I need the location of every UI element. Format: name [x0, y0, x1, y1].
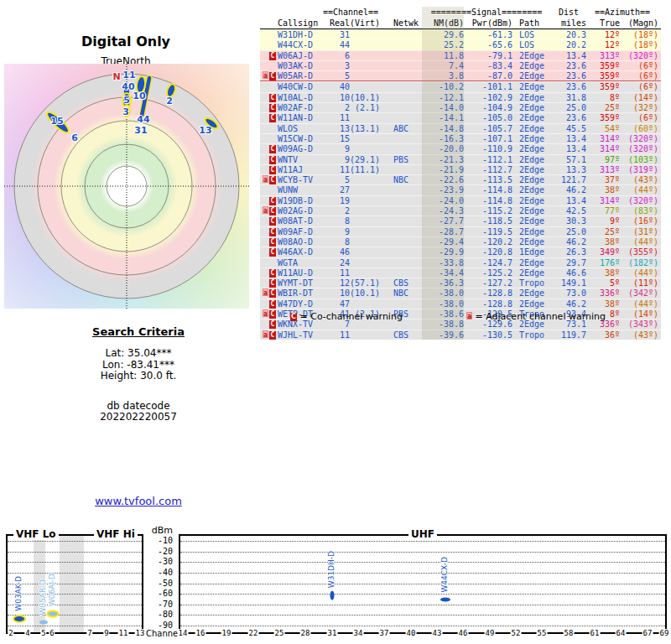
- nm-header: NM(dB): [422, 18, 464, 29]
- search-criteria: Search Criteria Lat: 35.04*** Lon: -83.4…: [50, 325, 226, 423]
- table-row: W44CX-D4425.2-65.6LOS20.212º(18º): [260, 39, 661, 49]
- table-row: W40CW-D40-10.2-101.12Edge23.6359º(6º): [260, 81, 661, 91]
- legend-co-channel: C = Co-channel warning: [289, 311, 403, 322]
- radar-channel-label: 31: [134, 125, 147, 136]
- channel-tick: 11: [118, 629, 129, 637]
- band-label: VHF Hi: [94, 528, 138, 540]
- table-row: CW11AU-D11-34.4-125.22Edge46.638º(44º): [260, 267, 661, 278]
- signal-marker-label: W31DH-D: [327, 551, 336, 588]
- signal-marker: [330, 590, 335, 600]
- band-label: UHF: [408, 528, 437, 540]
- channel-tick: 5: [40, 629, 46, 637]
- warning-badge: C: [269, 72, 276, 80]
- signal-marker-label: W03AK-D: [14, 576, 23, 611]
- warning-badge: C: [269, 310, 276, 319]
- tvfool-link[interactable]: www.tvfool.com: [50, 495, 226, 507]
- signal-table: ==Channel==========Signal========Dist==A…: [260, 7, 661, 340]
- legend-adjacent: a = Adjacent channel warning: [466, 311, 606, 322]
- table-row: CW10AL-D10(10.1)-12.1-102.92Edge31.88º(1…: [260, 92, 661, 102]
- band-panel: [6, 534, 143, 634]
- lat-value: Lat: 35.04***: [50, 348, 226, 360]
- channel-tick: 28: [300, 629, 311, 637]
- channel-axis-label: Channel: [146, 629, 180, 638]
- signal-marker-label: W44CX-D: [440, 557, 449, 593]
- dist-group-header: Dist: [551, 8, 586, 18]
- warning-badge: C: [269, 52, 276, 60]
- table-row: CWNTV9(29.1)PBS-21.3-112.12Edge57.197º(1…: [260, 154, 661, 164]
- warning-badge: C: [269, 197, 276, 205]
- radar-channel-label: 13: [199, 125, 211, 136]
- channel-tick: 31: [327, 629, 338, 637]
- table-row: aCWBIR-DT10(10.1)NBC-38.0-128.82Edge73.0…: [260, 288, 661, 298]
- lon-value: Lon: -83.41***: [50, 360, 226, 371]
- warning-badge: C: [269, 289, 276, 298]
- grid-line: [180, 562, 665, 563]
- warning-badge: C: [269, 207, 276, 216]
- netwk-header: Netwk: [380, 18, 422, 29]
- warning-badge: a: [263, 288, 268, 296]
- db-datecode-label: db datecode: [50, 401, 226, 412]
- grid-line: [180, 615, 665, 615]
- channel-tick: 40: [406, 629, 417, 637]
- azimuth-group-header: ==Azimuth==: [586, 8, 658, 18]
- channel-tick: 58: [564, 629, 575, 637]
- signal-marker: [440, 598, 450, 602]
- channel-tick: 13: [135, 629, 146, 637]
- warning-badge: C: [269, 248, 276, 257]
- radar-chart: N114010532443115613: [4, 64, 249, 309]
- radar-channel-label: 44: [137, 114, 149, 125]
- dbm-tick-label: -10: [141, 536, 173, 545]
- channel-tick: 34: [353, 629, 364, 637]
- signal-marker: [39, 621, 48, 625]
- radar-channel-label: 11: [122, 70, 135, 80]
- channel-tick: 52: [511, 629, 522, 637]
- table-row: CW02AF-D2(2.1)-14.0-104.92Edge25.025º(32…: [260, 102, 661, 112]
- channel-tick: 19: [221, 629, 232, 637]
- table-row: CW09AF-D9-28.7-119.52Edge25.025º(31º): [260, 226, 661, 236]
- pwr-header: Pwr(dBm): [464, 18, 512, 29]
- warning-badge: C: [269, 176, 276, 184]
- table-row: W03AK-D37.4-83.42Edge23.6359º(6º): [260, 60, 661, 70]
- radar-channel-label: 5: [123, 95, 130, 106]
- tvfool-report: Digital Only TrueNorth N1140105324431156…: [0, 0, 671, 644]
- co-channel-badge: C: [290, 313, 297, 321]
- callsign-header: Callsign: [276, 18, 321, 29]
- grid-line: [180, 584, 665, 584]
- warning-badge: a: [263, 309, 268, 317]
- channel-tick: 64: [616, 629, 627, 637]
- channel-group-header: ==Channel==: [321, 8, 380, 18]
- search-criteria-title: Search Criteria: [50, 325, 226, 338]
- warning-badge: C: [269, 156, 276, 164]
- channel-tick: 7: [86, 629, 92, 637]
- height-value: Height: 30.0 ft.: [50, 371, 226, 382]
- grid-line: [8, 573, 142, 574]
- signal-marker: [49, 612, 58, 616]
- warning-badge: C: [269, 228, 276, 236]
- grid-line: [180, 541, 665, 542]
- grid-line: [180, 605, 665, 605]
- warning-badge: a: [263, 330, 268, 338]
- table-row: CW06AJ-D611.8-79.12Edge13.4313º(320º): [260, 50, 661, 60]
- band-panel: [179, 534, 667, 634]
- grid-line: [8, 594, 142, 595]
- grid-line: [8, 584, 142, 584]
- adjacent-text: = Adjacent channel warning: [476, 311, 606, 322]
- table-row: aCWJHL-TV11CBS-39.6-130.5Tropo119.736º(4…: [260, 330, 661, 340]
- true-header: True: [586, 18, 620, 29]
- channel-tick: 16: [195, 629, 206, 637]
- grid-line: [8, 626, 142, 626]
- radar-channel-label: 15: [50, 116, 63, 127]
- channel-tick: 37: [379, 629, 390, 637]
- channel-tick: 2: [8, 629, 13, 637]
- table-row: CW09AG-D9-20.0-110.92Edge13.4314º(320º): [260, 143, 661, 153]
- north-marker: N: [112, 71, 120, 82]
- dbm-tick-label: -20: [141, 547, 173, 556]
- channel-tick: 25: [274, 629, 285, 637]
- path-header: Path: [512, 18, 551, 29]
- dbm-tick-label: -50: [141, 579, 173, 588]
- table-row: aCW05AR-D53.8-87.02Edge23.6359º(6º): [260, 70, 661, 81]
- grid-line: [180, 552, 665, 553]
- warning-badge: C: [269, 320, 276, 329]
- band-label: VHF Lo: [13, 528, 59, 540]
- miles-header: miles: [551, 18, 586, 29]
